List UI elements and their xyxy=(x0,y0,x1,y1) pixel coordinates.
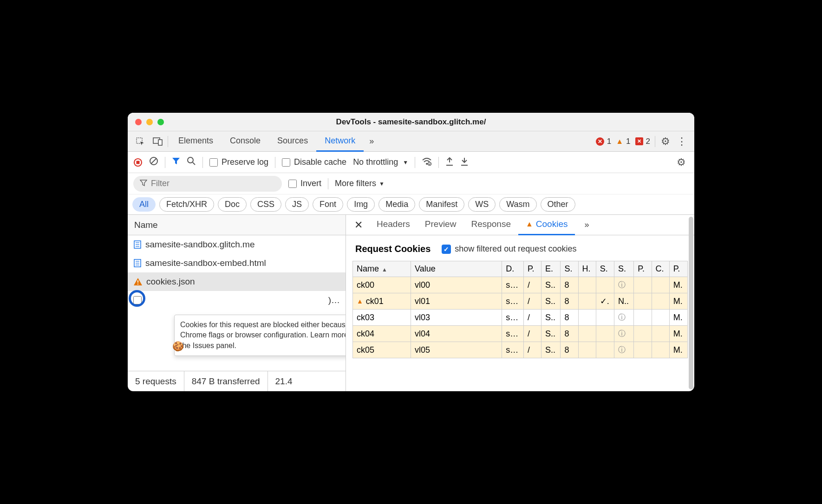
svg-point-9 xyxy=(426,163,428,165)
cookie-col-header[interactable]: P. xyxy=(523,261,541,277)
detail-tab-cookies[interactable]: ▲Cookies xyxy=(518,215,575,235)
cookie-row[interactable]: ck03vl03s…/S..8ⓘM. xyxy=(353,310,688,326)
issues-badge[interactable]: ✕ 2 xyxy=(635,137,652,146)
cookies-table: Name▲ValueD.P.E.S.H.S.S.P.C.P. ck00vl00s… xyxy=(352,261,688,358)
inspect-element-icon[interactable] xyxy=(132,134,148,149)
cookie-cell xyxy=(652,326,669,342)
scrollbar[interactable] xyxy=(689,217,693,389)
request-row[interactable]: samesite-sandbox.glitch.me xyxy=(128,235,346,254)
device-toolbar-icon[interactable] xyxy=(150,134,166,149)
cookie-col-header[interactable]: S. xyxy=(596,261,614,277)
chip-ws[interactable]: WS xyxy=(468,197,496,212)
show-filtered-checkbox[interactable]: ✓ show filtered out request cookies xyxy=(442,244,576,254)
cookie-col-header[interactable]: S. xyxy=(561,261,578,277)
request-row[interactable]: cookies.json xyxy=(128,272,346,291)
clear-button[interactable] xyxy=(149,156,158,168)
cookie-col-header[interactable]: C. xyxy=(652,261,669,277)
cookie-col-header[interactable]: P. xyxy=(669,261,687,277)
more-menu-icon[interactable]: ⋮ xyxy=(676,136,690,148)
cookie-row[interactable]: ck04vl04s…/S..8ⓘM. xyxy=(353,326,688,342)
info-icon: ⓘ xyxy=(618,313,626,321)
document-icon xyxy=(133,258,142,268)
cookie-cell xyxy=(578,326,596,342)
network-settings-icon[interactable]: ⚙ xyxy=(674,156,689,168)
maximize-window-button[interactable] xyxy=(157,119,164,125)
cookie-cell: ck05 xyxy=(353,342,411,358)
more-filters-button[interactable]: More filters ▼ xyxy=(335,179,385,188)
cookie-cell: S.. xyxy=(541,277,561,293)
detail-pane: ✕ HeadersPreviewResponse▲Cookies » Reque… xyxy=(346,215,694,391)
cookie-col-header[interactable]: H. xyxy=(578,261,596,277)
cookie-cell xyxy=(634,293,652,310)
chip-other[interactable]: Other xyxy=(541,197,575,212)
cookie-cell xyxy=(578,277,596,293)
throttling-select[interactable]: No throttling ▼ xyxy=(353,157,408,167)
network-conditions-icon[interactable] xyxy=(422,157,432,168)
cookie-row[interactable]: ▲ ck01vl01s…/S..8✓.N..M. xyxy=(353,293,688,310)
filter-toggle-icon[interactable] xyxy=(172,157,180,168)
invert-input[interactable] xyxy=(288,180,297,188)
tab-network[interactable]: Network xyxy=(316,131,364,152)
import-har-icon[interactable] xyxy=(460,157,469,168)
name-column-header[interactable]: Name xyxy=(128,215,346,235)
cookie-row[interactable]: ck05vl05s…/S..8ⓘM. xyxy=(353,342,688,358)
cookie-row[interactable]: ck00vl00s…/S..8ⓘM. xyxy=(353,277,688,293)
detail-tab-response[interactable]: Response xyxy=(463,215,518,235)
warnings-badge[interactable]: ▲ 1 xyxy=(616,137,632,146)
cookie-cell: M. xyxy=(669,326,687,342)
cookie-col-header[interactable]: P. xyxy=(634,261,652,277)
settings-icon[interactable]: ⚙ xyxy=(658,136,673,148)
cookie-col-header[interactable]: Value xyxy=(411,261,502,277)
chip-fetchxhr[interactable]: Fetch/XHR xyxy=(159,197,214,212)
chip-doc[interactable]: Doc xyxy=(218,197,247,212)
cookie-col-header[interactable]: D. xyxy=(502,261,524,277)
cookie-cell: vl00 xyxy=(411,277,502,293)
status-bar: 5 requests 847 B transferred 21.4 xyxy=(128,371,346,391)
filter-input[interactable] xyxy=(151,179,275,188)
preserve-log-input[interactable] xyxy=(209,158,218,167)
search-icon[interactable] xyxy=(187,156,196,168)
tab-sources[interactable]: Sources xyxy=(269,131,316,152)
disable-cache-checkbox[interactable]: Disable cache xyxy=(282,157,346,167)
sort-asc-icon: ▲ xyxy=(379,266,387,273)
more-tabs-chevron-icon[interactable]: » xyxy=(365,136,378,146)
request-row[interactable]: )… xyxy=(128,291,346,310)
chip-manifest[interactable]: Manifest xyxy=(419,197,464,212)
more-detail-tabs-icon[interactable]: » xyxy=(581,220,593,230)
cookie-emoji-icon: 🍪 xyxy=(172,340,184,353)
svg-rect-4 xyxy=(137,161,140,164)
cookie-cell: / xyxy=(523,277,541,293)
status-requests: 5 requests xyxy=(128,371,184,391)
chip-font[interactable]: Font xyxy=(313,197,343,212)
chip-img[interactable]: Img xyxy=(347,197,375,212)
cookie-cell xyxy=(596,326,614,342)
export-har-icon[interactable] xyxy=(445,157,454,168)
status-time: 21.4 xyxy=(268,371,300,391)
chip-wasm[interactable]: Wasm xyxy=(499,197,536,212)
request-row[interactable]: samesite-sandbox-embed.html xyxy=(128,254,346,272)
cookie-col-header[interactable]: Name▲ xyxy=(353,261,411,277)
divider xyxy=(165,157,165,168)
preserve-log-checkbox[interactable]: Preserve log xyxy=(209,157,268,167)
tab-console[interactable]: Console xyxy=(222,131,269,152)
cookie-col-header[interactable]: S. xyxy=(614,261,633,277)
record-button[interactable] xyxy=(133,158,143,167)
close-detail-icon[interactable]: ✕ xyxy=(350,219,367,231)
detail-tab-preview[interactable]: Preview xyxy=(418,215,464,235)
close-window-button[interactable] xyxy=(135,119,142,125)
invert-checkbox[interactable]: Invert xyxy=(288,179,321,188)
chip-css[interactable]: CSS xyxy=(250,197,281,212)
disable-cache-input[interactable] xyxy=(282,158,290,167)
chevron-down-icon: ▼ xyxy=(403,159,408,166)
cookie-cell: ⓘ xyxy=(614,342,633,358)
chip-js[interactable]: JS xyxy=(285,197,309,212)
info-icon: ⓘ xyxy=(618,330,626,337)
tab-elements[interactable]: Elements xyxy=(170,131,222,152)
chip-all[interactable]: All xyxy=(132,197,156,212)
minimize-window-button[interactable] xyxy=(146,119,153,125)
filter-input-wrap[interactable] xyxy=(133,176,282,192)
chip-media[interactable]: Media xyxy=(378,197,415,212)
errors-badge[interactable]: ✕ 1 xyxy=(596,137,613,146)
cookie-col-header[interactable]: E. xyxy=(541,261,561,277)
detail-tab-headers[interactable]: Headers xyxy=(369,215,418,235)
